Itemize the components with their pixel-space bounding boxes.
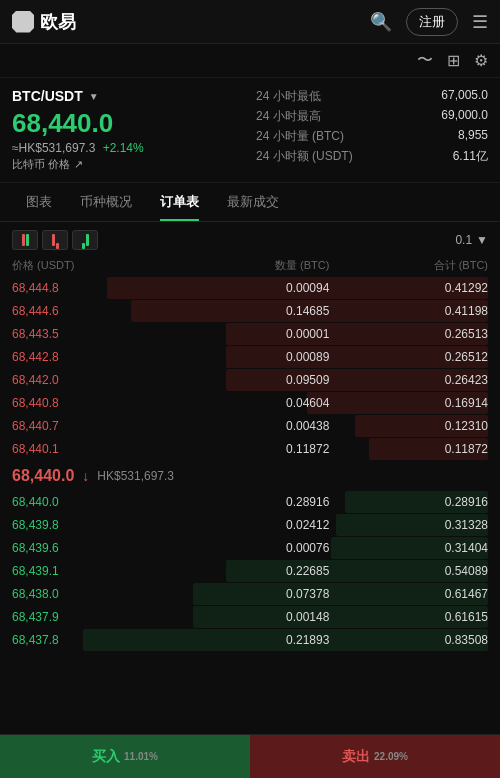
chevron-down-icon: ▼ bbox=[476, 233, 488, 247]
pair-label: BTC/USDT bbox=[12, 88, 83, 104]
bid-row[interactable]: 68,438.0 0.07378 0.61467 bbox=[12, 583, 488, 605]
price-stats: 24 小时最低 67,005.0 24 小时最高 69,000.0 24 小时量… bbox=[256, 88, 488, 172]
price-section: BTC/USDT ▼ 68,440.0 ≈HK$531,697.3 +2.14%… bbox=[0, 78, 500, 183]
header-right: 🔍 注册 ☰ bbox=[370, 8, 488, 36]
ask-row[interactable]: 68,444.8 0.00094 0.41292 bbox=[12, 277, 488, 299]
ask-row[interactable]: 68,440.8 0.04604 0.16914 bbox=[12, 392, 488, 414]
ask-rows: 68,444.8 0.00094 0.41292 68,444.6 0.1468… bbox=[12, 277, 488, 460]
ask-row[interactable]: 68,440.7 0.00438 0.12310 bbox=[12, 415, 488, 437]
register-button[interactable]: 注册 bbox=[406, 8, 458, 36]
bid-row[interactable]: 68,440.0 0.28916 0.28916 bbox=[12, 491, 488, 513]
bid-row[interactable]: 68,439.6 0.00076 0.31404 bbox=[12, 537, 488, 559]
menu-icon[interactable]: ☰ bbox=[472, 11, 488, 33]
sell-button[interactable]: 卖出 22.09% bbox=[250, 735, 500, 778]
view-asks-button[interactable] bbox=[42, 230, 68, 250]
hk-price: ≈HK$531,697.3 +2.14% bbox=[12, 141, 244, 155]
ob-view-buttons bbox=[12, 230, 98, 250]
tab-orderbook[interactable]: 订单表 bbox=[146, 183, 213, 221]
change-pct: +2.14% bbox=[103, 141, 144, 155]
view-both-button[interactable] bbox=[12, 230, 38, 250]
ask-row[interactable]: 68,442.0 0.09509 0.26423 bbox=[12, 369, 488, 391]
view-bids-button[interactable] bbox=[72, 230, 98, 250]
buy-button[interactable]: 买入 11.01% bbox=[0, 735, 250, 778]
grid-icon[interactable]: ⊞ bbox=[447, 51, 460, 70]
mid-price-row: 68,440.0 ↓ HK$531,697.3 bbox=[12, 461, 488, 491]
mid-hk-price: HK$531,697.3 bbox=[97, 469, 174, 483]
chart-wave-icon[interactable]: 〜 bbox=[417, 50, 433, 71]
chevron-down-icon: ▼ bbox=[89, 91, 99, 102]
stat-vol-btc: 24 小时量 (BTC) 8,955 bbox=[256, 128, 488, 145]
ask-row[interactable]: 68,442.8 0.00089 0.26512 bbox=[12, 346, 488, 368]
stat-low: 24 小时最低 67,005.0 bbox=[256, 88, 488, 105]
ask-row[interactable]: 68,440.1 0.11872 0.11872 bbox=[12, 438, 488, 460]
bid-row[interactable]: 68,437.8 0.21893 0.83508 bbox=[12, 629, 488, 651]
search-icon[interactable]: 🔍 bbox=[370, 11, 392, 33]
tab-chart[interactable]: 图表 bbox=[12, 183, 66, 221]
main-price: 68,440.0 bbox=[12, 108, 244, 139]
bid-rows: 68,440.0 0.28916 0.28916 68,439.8 0.0241… bbox=[12, 491, 488, 651]
stat-vol-usdt: 24 小时额 (USDT) 6.11亿 bbox=[256, 148, 488, 165]
btc-label: 比特币 价格 ↗ bbox=[12, 157, 244, 172]
tab-market[interactable]: 币种概况 bbox=[66, 183, 146, 221]
mid-price: 68,440.0 bbox=[12, 467, 74, 485]
tab-trades[interactable]: 最新成交 bbox=[213, 183, 293, 221]
sub-header: 〜 ⊞ ⚙ bbox=[0, 44, 500, 78]
bottom-bar: 买入 11.01% 卖出 22.09% bbox=[0, 734, 500, 778]
bid-row[interactable]: 68,437.9 0.00148 0.61615 bbox=[12, 606, 488, 628]
buy-pct: 11.01% bbox=[124, 751, 158, 762]
settings-icon[interactable]: ⚙ bbox=[474, 51, 488, 70]
logo-text: 欧易 bbox=[40, 10, 76, 34]
arrow-down-icon: ↓ bbox=[82, 468, 89, 484]
logo[interactable]: 欧易 bbox=[12, 10, 76, 34]
pair-title[interactable]: BTC/USDT ▼ bbox=[12, 88, 244, 104]
precision-selector[interactable]: 0.1 ▼ bbox=[455, 233, 488, 247]
tabs-bar: 图表 币种概况 订单表 最新成交 bbox=[0, 183, 500, 222]
stat-high: 24 小时最高 69,000.0 bbox=[256, 108, 488, 125]
sell-pct: 22.09% bbox=[374, 751, 408, 762]
logo-icon bbox=[12, 11, 34, 33]
ask-row[interactable]: 68,444.6 0.14685 0.41198 bbox=[12, 300, 488, 322]
ob-controls: 0.1 ▼ bbox=[12, 230, 488, 250]
external-link-icon: ↗ bbox=[74, 158, 83, 171]
bid-row[interactable]: 68,439.1 0.22685 0.54089 bbox=[12, 560, 488, 582]
ob-column-headers: 价格 (USDT) 数量 (BTC) 合计 (BTC) bbox=[12, 258, 488, 273]
order-book: 0.1 ▼ 价格 (USDT) 数量 (BTC) 合计 (BTC) 68,444… bbox=[0, 222, 500, 651]
header: 欧易 🔍 注册 ☰ bbox=[0, 0, 500, 44]
bid-row[interactable]: 68,439.8 0.02412 0.31328 bbox=[12, 514, 488, 536]
ask-row[interactable]: 68,443.5 0.00001 0.26513 bbox=[12, 323, 488, 345]
price-left: BTC/USDT ▼ 68,440.0 ≈HK$531,697.3 +2.14%… bbox=[12, 88, 244, 172]
